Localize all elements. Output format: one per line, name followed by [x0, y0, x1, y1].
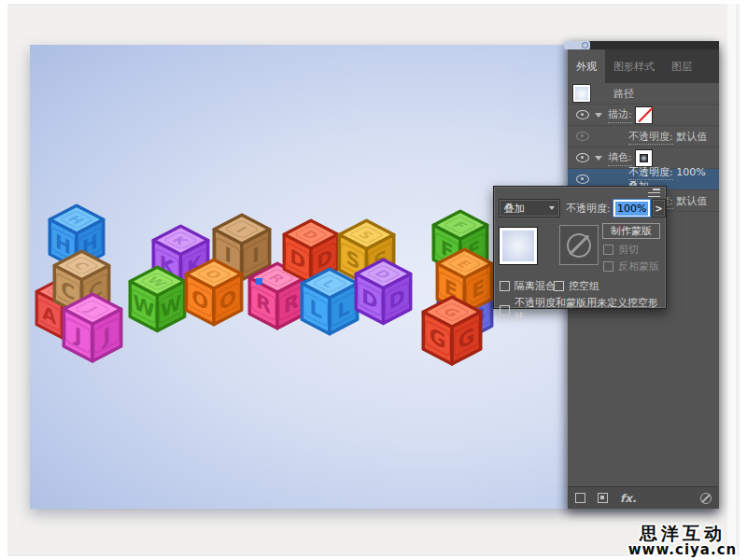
panel-footer: fx. — [568, 486, 719, 509]
clip-label: 剪切 — [618, 243, 639, 257]
add-effect-fx-icon[interactable]: fx. — [620, 492, 637, 505]
visibility-toggle[interactable] — [572, 175, 593, 184]
path-label: 路径 — [613, 87, 634, 101]
dropdown-chevron-icon — [549, 206, 555, 210]
row-stroke-opacity[interactable]: 不透明度: 默认值 — [568, 126, 719, 147]
popup-opacity-label: 不透明度: — [566, 202, 611, 216]
row-path[interactable]: 路径 — [568, 83, 719, 105]
blend-mode-dropdown[interactable]: 叠加 — [499, 199, 560, 217]
collapse-circle-icon — [582, 42, 588, 49]
letter-block-l[interactable]: LLL — [301, 268, 359, 336]
panel-tab-bar: 外观 图形样式 图层 — [568, 49, 719, 83]
knockout-group-checkbox-row[interactable]: 挖空组 — [554, 279, 599, 293]
knockout-group-checkbox[interactable] — [554, 281, 564, 291]
blend-mode-value: 叠加 — [504, 202, 525, 216]
stroke-none-swatch[interactable] — [636, 107, 652, 123]
opacity-default-value: 默认值 — [676, 195, 707, 207]
row-stroke[interactable]: 描边: — [568, 105, 719, 126]
eye-icon — [576, 153, 589, 162]
visibility-toggle[interactable] — [572, 153, 593, 162]
opacity-link[interactable]: 不透明度: — [628, 166, 673, 180]
letter-block-w[interactable]: WWW — [129, 266, 186, 333]
tab-graphic-styles[interactable]: 图形样式 — [605, 49, 663, 83]
isolate-blending-label: 隔离混合 — [514, 279, 556, 293]
eye-icon — [576, 175, 589, 184]
make-mask-button[interactable]: 制作蒙版 — [602, 223, 660, 239]
clip-checkbox — [603, 245, 613, 255]
knockout-shape-checkbox[interactable] — [500, 305, 510, 315]
visibility-toggle[interactable] — [572, 110, 593, 119]
fill-gradient-swatch[interactable] — [636, 150, 652, 166]
transparency-popup: 叠加 不透明度: 100% > 制作蒙版 剪切 反相蒙版 隔离混合 挖空组 不透… — [493, 186, 667, 309]
path-thumbnail — [573, 85, 590, 102]
eye-icon-dimmed — [576, 132, 589, 141]
opacity-default-value: 默认值 — [676, 131, 707, 143]
invert-mask-checkbox-row: 反相蒙版 — [603, 259, 659, 273]
isolate-blending-checkbox[interactable] — [500, 281, 510, 291]
mask-thumbnail-disabled — [559, 225, 599, 265]
watermark-url: www.ciya.cn — [623, 543, 742, 558]
tab-appearance[interactable]: 外观 — [568, 49, 605, 83]
watermark-brand: 思洋互动 — [623, 525, 742, 543]
popup-menu-icon[interactable] — [648, 189, 660, 197]
letter-block-j[interactable]: JJJ — [63, 293, 122, 364]
eye-icon — [576, 110, 589, 119]
object-thumbnail — [499, 227, 538, 265]
add-stroke-icon[interactable] — [575, 493, 585, 503]
clear-appearance-icon[interactable] — [700, 493, 712, 504]
letter-block-d[interactable]: DDD — [355, 259, 412, 326]
clip-checkbox-row: 剪切 — [603, 243, 639, 257]
knockout-shape-label: 不透明度和蒙版用来定义挖空形状 — [514, 296, 666, 324]
opacity-input-value: 100% — [615, 202, 648, 216]
opacity-link[interactable]: 不透明度: — [628, 131, 673, 145]
chevron-down-icon[interactable] — [595, 113, 602, 118]
chevron-down-icon[interactable] — [595, 156, 602, 161]
no-mask-icon — [567, 233, 591, 258]
panel-dock-strip — [568, 41, 719, 49]
panel-collapse-nub[interactable] — [564, 41, 590, 49]
fill-label[interactable]: 填色: — [608, 150, 632, 166]
letter-block-o[interactable]: OOO — [185, 259, 243, 327]
opacity-input[interactable]: 100% — [613, 199, 651, 217]
knockout-shape-checkbox-row[interactable]: 不透明度和蒙版用来定义挖空形状 — [500, 296, 666, 324]
stroke-label[interactable]: 描边: — [608, 107, 632, 123]
right-margin-strip — [727, 4, 736, 556]
selection-anchor-dot[interactable] — [256, 278, 262, 285]
letter-block-g[interactable]: GGG — [422, 296, 482, 367]
opacity-spinner-button[interactable]: > — [652, 199, 666, 217]
visibility-toggle[interactable] — [572, 132, 593, 141]
knockout-group-label: 挖空组 — [569, 279, 599, 293]
watermark: 思洋互动 www.ciya.cn — [623, 525, 742, 558]
isolate-blending-checkbox-row[interactable]: 隔离混合 — [500, 279, 556, 293]
svg-text:J: J — [73, 321, 82, 349]
invert-mask-checkbox — [603, 261, 613, 272]
invert-mask-label: 反相蒙版 — [618, 259, 659, 273]
tab-layers[interactable]: 图层 — [663, 49, 700, 83]
svg-text:J: J — [101, 322, 110, 350]
add-fill-icon[interactable] — [598, 493, 608, 503]
